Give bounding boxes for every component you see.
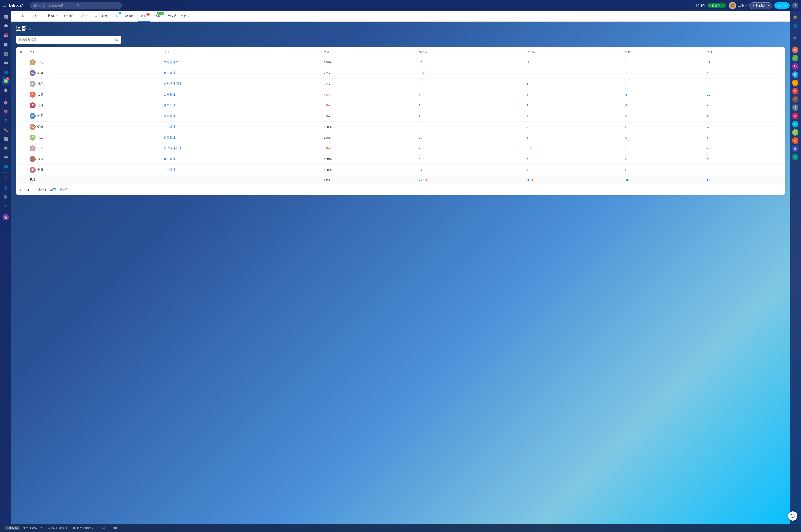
assigned-count[interactable]: 3 bbox=[526, 136, 528, 139]
responsible-count[interactable]: 15 bbox=[419, 61, 422, 64]
assist-count[interactable]: 6 bbox=[625, 104, 627, 107]
employee-name[interactable]: 问兰 bbox=[37, 135, 43, 140]
assist-count[interactable]: 0 bbox=[625, 136, 627, 139]
tab-assigned[interactable]: 已分配 bbox=[61, 11, 76, 21]
footer-link-request[interactable]: Bitrix24实施请求 bbox=[73, 526, 93, 530]
sidebar-icon-help[interactable]: ❓ bbox=[2, 174, 10, 183]
sidebar-icon-goals[interactable]: 🎯 bbox=[2, 107, 10, 116]
tab-recycle[interactable]: 回收站 bbox=[164, 11, 180, 21]
assigned-count[interactable]: 5 bbox=[526, 93, 528, 96]
follow-count[interactable]: 4 bbox=[707, 147, 709, 150]
settings-gear-icon[interactable]: ⚙ bbox=[20, 51, 22, 54]
employee-name[interactable]: 张丽 bbox=[37, 157, 43, 161]
department-link[interactable]: 客户管理 bbox=[164, 93, 176, 96]
assist-count[interactable]: 1 bbox=[625, 61, 627, 64]
assigned-count[interactable]: 4 bbox=[526, 82, 528, 86]
assigned-count[interactable]: 1 bbox=[526, 72, 528, 75]
department-link[interactable]: 客户管理 bbox=[164, 157, 176, 161]
right-avatar-1[interactable]: 琪 bbox=[792, 47, 799, 53]
employee-name[interactable]: 忆柳 bbox=[37, 125, 43, 129]
responsible-count[interactable]: 5 bbox=[419, 104, 421, 107]
sidebar-icon-users[interactable]: 👥 bbox=[2, 68, 10, 76]
assigned-count[interactable]: 18 bbox=[526, 61, 529, 64]
department-link[interactable]: 广告管理 bbox=[164, 168, 176, 171]
department-link[interactable]: 销售管理 bbox=[164, 136, 176, 139]
tab-scrum[interactable]: Scrum bbox=[122, 11, 137, 21]
assist-count[interactable]: 5 bbox=[625, 93, 627, 96]
right-avatar-2[interactable]: 环 bbox=[792, 55, 799, 61]
assist-count[interactable]: 0 bbox=[625, 114, 627, 118]
department-link[interactable]: 合作伙伴管理 bbox=[164, 147, 181, 150]
assigned-count[interactable]: 0 bbox=[526, 168, 528, 172]
follow-count[interactable]: 0 bbox=[707, 114, 709, 118]
department-link[interactable]: 客户管理 bbox=[164, 103, 176, 107]
assigned-count[interactable]: 6 bbox=[526, 114, 528, 118]
employee-name[interactable]: 雪丽 bbox=[37, 103, 43, 107]
responsible-count[interactable]: 7 1 bbox=[419, 71, 425, 75]
follow-count[interactable]: 5 bbox=[707, 157, 709, 161]
favorite-star-icon[interactable]: ☆ bbox=[29, 26, 32, 31]
tab-projects[interactable]: 项目 bbox=[98, 11, 110, 21]
responsible-count[interactable]: 12 bbox=[419, 82, 422, 86]
responsible-count[interactable]: 4 bbox=[419, 147, 421, 150]
right-avatar-9[interactable]: 杰 bbox=[792, 113, 799, 119]
follow-count[interactable]: 17 bbox=[707, 61, 710, 64]
right-avatar-14[interactable]: 安 bbox=[792, 154, 799, 160]
employee-name[interactable]: 王美 bbox=[37, 146, 43, 150]
follow-count[interactable]: 1 bbox=[707, 168, 709, 172]
right-avatar-11[interactable]: 问 bbox=[792, 129, 799, 135]
follow-count[interactable]: 10 bbox=[707, 93, 710, 96]
responsible-count[interactable]: 13 bbox=[419, 125, 422, 129]
sidebar-icon-edit[interactable]: ✏️ bbox=[2, 126, 10, 134]
sidebar-icon-crm[interactable]: 🏢 bbox=[2, 50, 10, 58]
assigned-count[interactable]: 0 bbox=[526, 157, 528, 161]
right-search-icon[interactable]: 🔍 bbox=[791, 34, 799, 42]
right-avatar-10[interactable]: 忆 bbox=[792, 121, 799, 127]
all-pages-button[interactable]: 所有 bbox=[50, 188, 56, 192]
employee-name[interactable]: 杰通 bbox=[37, 114, 43, 118]
sidebar-icon-grid[interactable]: 🔲 bbox=[2, 144, 10, 152]
chat-fab-button[interactable]: 💬 bbox=[788, 511, 797, 520]
filter-input[interactable] bbox=[19, 38, 112, 41]
sidebar-user-avatar[interactable]: 👑 bbox=[2, 214, 9, 221]
next-page-icon[interactable]: › bbox=[72, 188, 75, 192]
tab-more[interactable]: 更多 ▾ bbox=[181, 14, 189, 18]
sidebar-icon-home[interactable]: 🏠 bbox=[2, 98, 10, 107]
follow-count[interactable]: 4 bbox=[707, 125, 709, 129]
next-page-button[interactable]: 下一个 bbox=[58, 187, 70, 192]
right-avatar-6[interactable]: 胜 bbox=[792, 88, 799, 94]
footer-b24-label[interactable]: Bitrix24® bbox=[4, 526, 20, 530]
employee-name[interactable]: 陈该 bbox=[37, 71, 43, 75]
assigned-count[interactable]: 5 bbox=[526, 125, 528, 129]
follow-count[interactable]: 10 bbox=[707, 72, 710, 75]
follow-count[interactable]: 6 bbox=[707, 104, 709, 107]
tab-flow[interactable]: 流 · bbox=[111, 11, 121, 21]
department-link[interactable]: 合作伙伴管理 bbox=[164, 82, 181, 86]
sidebar-icon-tasks[interactable]: ✅ 2 bbox=[2, 77, 10, 85]
responsible-count[interactable]: 15 bbox=[419, 157, 422, 161]
footer-link-theme[interactable]: 主题 bbox=[99, 526, 105, 530]
invite-button[interactable]: 邀请 ▾ bbox=[775, 2, 789, 9]
tab-tasks[interactable]: 任务 bbox=[15, 11, 28, 21]
footer-language-selector[interactable]: 中文（简体） ▾ bbox=[23, 526, 42, 530]
th-settings[interactable]: ⚙ bbox=[16, 48, 26, 57]
right-avatar-3[interactable]: Ea bbox=[792, 63, 799, 70]
right-avatar-5[interactable]: 陈 bbox=[792, 80, 799, 86]
employee-name[interactable]: 心琪 bbox=[37, 93, 43, 97]
sidebar-icon-mail[interactable]: ✉️ bbox=[2, 59, 10, 67]
footer-link-print[interactable]: 打印 bbox=[111, 526, 117, 530]
sidebar-icon-calendar[interactable]: 📅 bbox=[2, 31, 10, 39]
sidebar-icon-chat[interactable]: 💬 bbox=[2, 22, 10, 30]
right-network-icon[interactable]: 🌐 bbox=[791, 22, 799, 30]
assigned-count[interactable]: 5 bbox=[526, 104, 528, 107]
department-link[interactable]: 广告管理 bbox=[164, 125, 176, 129]
department-link[interactable]: 客户管理 bbox=[164, 71, 176, 75]
assist-count[interactable]: 0 bbox=[625, 157, 627, 161]
tab-inprogress[interactable]: 进行中 bbox=[29, 11, 44, 21]
sidebar-icon-settings[interactable]: ⚙️ bbox=[2, 193, 10, 201]
prev-page-button[interactable]: 上一个 bbox=[37, 187, 48, 192]
assist-count[interactable]: 1 bbox=[625, 147, 627, 150]
filter-search-icon[interactable]: 🔍 bbox=[114, 38, 119, 42]
responsible-count[interactable]: 17 bbox=[419, 136, 422, 139]
department-link[interactable]: 公司管理层 bbox=[164, 60, 179, 64]
